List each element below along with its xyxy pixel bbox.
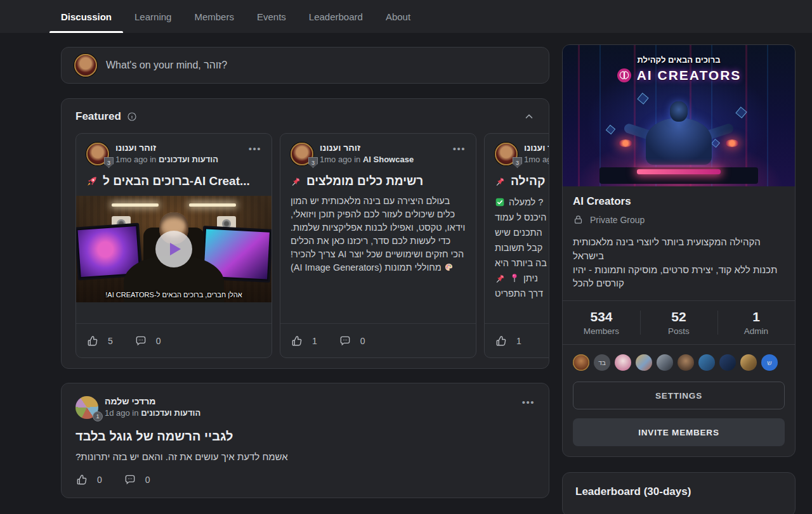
invite-members-button[interactable]: INVITE MEMBERS bbox=[573, 418, 785, 446]
member-avatar[interactable] bbox=[657, 354, 673, 371]
like-control[interactable]: 5 bbox=[86, 335, 113, 347]
level-badge: 3 bbox=[104, 157, 114, 168]
comment-icon bbox=[124, 473, 136, 486]
like-count: 5 bbox=[108, 336, 113, 346]
lock-icon bbox=[573, 214, 584, 225]
member-avatar[interactable] bbox=[636, 354, 652, 371]
comment-control[interactable]: 0 bbox=[124, 473, 150, 486]
group-banner-image[interactable]: ברוכים הבאים לקהילת AI CREATORS bbox=[563, 45, 795, 186]
comment-control[interactable]: 0 bbox=[339, 335, 365, 347]
featured-card-community[interactable]: 3 זוהר וענונו 1mo ago in קהילה למעלה ?הי… bbox=[484, 133, 549, 358]
like-count: 1 bbox=[516, 336, 521, 346]
banner-keyboard bbox=[599, 167, 758, 184]
avatar bbox=[74, 54, 97, 77]
comment-icon bbox=[134, 335, 147, 347]
body-line: התכנים שיש bbox=[495, 225, 549, 240]
member-avatar[interactable] bbox=[573, 354, 589, 371]
body-line: קבל תשובות bbox=[495, 240, 549, 255]
member-avatar[interactable]: בד bbox=[594, 354, 610, 371]
member-avatar[interactable] bbox=[698, 354, 715, 371]
featured-card-welcome[interactable]: 3 זוהר וענונו 1mo ago in הודעות ועדכונים… bbox=[75, 133, 272, 358]
thumbs-up-icon bbox=[75, 473, 88, 486]
post-title[interactable]: ברוכים הבאים ל-AI Creat... bbox=[76, 174, 272, 188]
banner-title-row: AI CREATORS bbox=[563, 68, 795, 83]
author-name[interactable]: מרדכי שלמה bbox=[105, 396, 200, 406]
post-composer[interactable]: What's on your mind, זוהר? bbox=[61, 47, 549, 84]
stat-posts: 52Posts bbox=[640, 309, 717, 336]
pushpin-icon bbox=[495, 273, 506, 284]
palette-icon bbox=[444, 262, 454, 273]
tab-leaderboard[interactable]: Leaderboard bbox=[298, 0, 374, 33]
author-name[interactable]: זוהר וענונו bbox=[524, 143, 549, 153]
member-avatars-row[interactable]: בדש bbox=[573, 354, 785, 371]
space-link[interactable]: AI Showcase bbox=[363, 155, 414, 164]
member-avatar[interactable] bbox=[719, 354, 736, 371]
group-description: הקהילה המקצועית ביותר ליוצרי בינה מלאכות… bbox=[573, 235, 785, 290]
tab-about[interactable]: About bbox=[374, 0, 422, 33]
avatar[interactable]: 3 bbox=[495, 143, 518, 165]
body-line: למעלה ? bbox=[495, 195, 549, 210]
pushpin-icon bbox=[495, 176, 506, 187]
like-control[interactable]: 1 bbox=[495, 335, 521, 347]
feed-post[interactable]: 1 מרדכי שלמה 1d ago in הודעות ועדכונים •… bbox=[61, 383, 549, 498]
tab-learning[interactable]: Learning bbox=[123, 0, 183, 33]
community-page: DiscussionLearningMembersEventsLeaderboa… bbox=[0, 0, 812, 514]
top-nav: DiscussionLearningMembersEventsLeaderboa… bbox=[0, 0, 812, 33]
rocket-icon bbox=[86, 176, 98, 187]
composer-prompt[interactable]: What's on your mind, זוהר? bbox=[106, 60, 227, 71]
tab-events[interactable]: Events bbox=[246, 0, 298, 33]
post-title[interactable]: רשימת כלים מומלצים bbox=[280, 174, 476, 188]
pushpin-icon bbox=[291, 176, 301, 187]
avatar[interactable]: 1 bbox=[75, 396, 98, 419]
info-icon[interactable] bbox=[127, 112, 137, 122]
post-menu-icon[interactable]: ••• bbox=[453, 143, 466, 153]
video-caption: אהלן חברים, ברוכים הבאים ל-AI CREATORS! bbox=[76, 291, 272, 299]
stat-value: 52 bbox=[640, 309, 717, 324]
featured-card-tools[interactable]: 3 זוהר וענונו 1mo ago in AI Showcase •••… bbox=[280, 133, 476, 358]
roundpin-icon bbox=[509, 273, 520, 283]
play-button[interactable] bbox=[155, 231, 192, 267]
member-avatar[interactable] bbox=[678, 354, 694, 371]
like-count: 0 bbox=[97, 475, 102, 485]
video-thumbnail[interactable]: אהלן חברים, ברוכים הבאים ל-AI CREATORS! bbox=[76, 196, 272, 302]
featured-cards-row[interactable]: 3 זוהר וענונו 1mo ago in הודעות ועדכונים… bbox=[62, 133, 549, 358]
space-link[interactable]: הודעות ועדכונים bbox=[141, 408, 200, 418]
like-count: 1 bbox=[312, 336, 317, 346]
like-control[interactable]: 0 bbox=[75, 473, 102, 486]
post-title[interactable]: לגביי הרשמה של גוגל בלבד bbox=[75, 429, 535, 444]
tab-discussion[interactable]: Discussion bbox=[49, 0, 123, 33]
member-avatar[interactable] bbox=[615, 354, 631, 371]
leaderboard-title: Leaderboard (30-days) bbox=[575, 485, 782, 498]
banner-subtitle: ברוכים הבאים לקהילת bbox=[563, 55, 795, 65]
level-badge: 3 bbox=[513, 157, 522, 168]
author-name[interactable]: זוהר וענונו bbox=[320, 143, 414, 153]
level-badge: 3 bbox=[308, 157, 318, 168]
thumbs-up-icon bbox=[291, 335, 303, 347]
avatar[interactable]: 3 bbox=[291, 143, 313, 165]
body-line: היכנס ל עמוד bbox=[495, 210, 549, 225]
group-name: AI Creators bbox=[573, 195, 785, 208]
post-title[interactable]: קהילה bbox=[485, 174, 549, 188]
stat-label: Posts bbox=[640, 326, 717, 336]
post-menu-icon[interactable]: ••• bbox=[249, 143, 261, 153]
post-menu-icon[interactable]: ••• bbox=[522, 396, 535, 407]
tab-members[interactable]: Members bbox=[183, 0, 246, 33]
space-link[interactable]: הודעות ועדכונים bbox=[159, 155, 218, 164]
post-meta: 1mo ago in bbox=[524, 155, 549, 164]
avatar[interactable]: 3 bbox=[86, 143, 109, 165]
featured-section: Featured 3 bbox=[61, 98, 549, 369]
stat-value: 534 bbox=[563, 309, 640, 324]
member-avatar[interactable]: ש bbox=[761, 354, 778, 371]
banner-person bbox=[619, 101, 739, 177]
settings-button[interactable]: SETTINGS bbox=[573, 382, 785, 409]
feed-column: What's on your mind, זוהר? Featured bbox=[61, 47, 549, 498]
stat-admin: 1Admin bbox=[717, 309, 795, 336]
comment-control[interactable]: 0 bbox=[134, 335, 161, 347]
author-name[interactable]: זוהר וענונו bbox=[115, 143, 218, 153]
member-avatar[interactable] bbox=[740, 354, 757, 371]
collapse-chevron-up-icon[interactable] bbox=[523, 111, 535, 122]
body-line: דרך התפריט bbox=[495, 286, 549, 301]
like-control[interactable]: 1 bbox=[291, 335, 317, 347]
thumbs-up-icon bbox=[86, 335, 99, 347]
comment-count: 0 bbox=[360, 336, 365, 346]
